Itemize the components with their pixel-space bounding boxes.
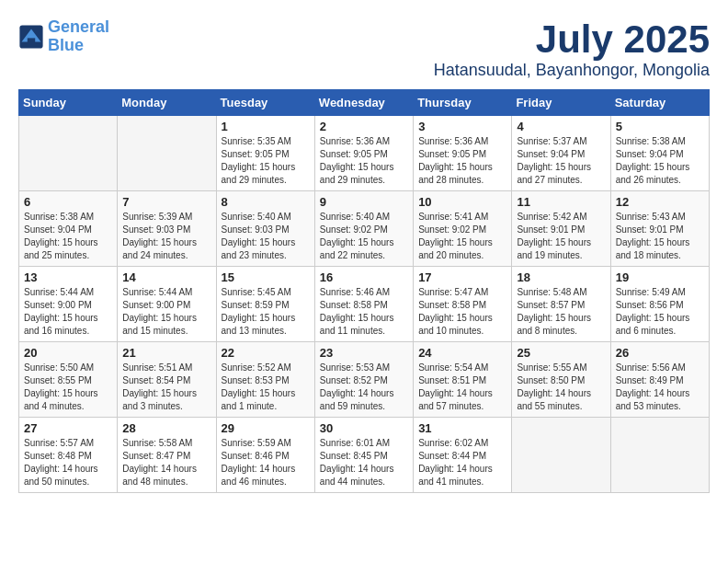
day-number: 13 xyxy=(24,270,112,284)
day-number: 7 xyxy=(122,195,210,209)
calendar-cell: 15Sunrise: 5:45 AM Sunset: 8:59 PM Dayli… xyxy=(216,267,314,342)
calendar-week-row: 20Sunrise: 5:50 AM Sunset: 8:55 PM Dayli… xyxy=(19,342,710,418)
calendar-cell: 20Sunrise: 5:50 AM Sunset: 8:55 PM Dayli… xyxy=(19,342,118,418)
calendar-cell: 12Sunrise: 5:43 AM Sunset: 9:01 PM Dayli… xyxy=(610,191,709,267)
calendar-cell: 2Sunrise: 5:36 AM Sunset: 9:05 PM Daylig… xyxy=(314,116,413,191)
calendar-cell: 11Sunrise: 5:42 AM Sunset: 9:01 PM Dayli… xyxy=(512,191,610,267)
day-info: Sunrise: 5:58 AM Sunset: 8:47 PM Dayligh… xyxy=(122,437,210,488)
day-number: 17 xyxy=(418,270,506,284)
day-info: Sunrise: 5:55 AM Sunset: 8:50 PM Dayligh… xyxy=(517,362,605,413)
weekday-header: Sunday xyxy=(19,90,118,116)
calendar-cell: 31Sunrise: 6:02 AM Sunset: 8:44 PM Dayli… xyxy=(414,418,512,493)
day-number: 25 xyxy=(517,346,605,360)
day-info: Sunrise: 5:44 AM Sunset: 9:00 PM Dayligh… xyxy=(122,286,210,338)
day-info: Sunrise: 5:38 AM Sunset: 9:04 PM Dayligh… xyxy=(616,135,704,187)
day-number: 15 xyxy=(222,270,310,284)
calendar-cell: 5Sunrise: 5:38 AM Sunset: 9:04 PM Daylig… xyxy=(610,116,709,191)
day-number: 29 xyxy=(222,421,310,435)
calendar-cell: 25Sunrise: 5:55 AM Sunset: 8:50 PM Dayli… xyxy=(512,342,610,418)
calendar-cell xyxy=(512,418,610,493)
svg-rect-2 xyxy=(28,38,35,43)
day-number: 9 xyxy=(320,195,408,209)
calendar-cell: 16Sunrise: 5:46 AM Sunset: 8:58 PM Dayli… xyxy=(314,267,413,342)
day-info: Sunrise: 5:53 AM Sunset: 8:52 PM Dayligh… xyxy=(320,362,408,413)
calendar-header-row: SundayMondayTuesdayWednesdayThursdayFrid… xyxy=(19,90,710,116)
day-number: 27 xyxy=(24,421,112,435)
day-number: 24 xyxy=(418,346,506,360)
day-number: 12 xyxy=(616,195,704,209)
calendar-week-row: 13Sunrise: 5:44 AM Sunset: 9:00 PM Dayli… xyxy=(19,267,710,342)
calendar-cell: 28Sunrise: 5:58 AM Sunset: 8:47 PM Dayli… xyxy=(118,418,216,493)
day-info: Sunrise: 5:54 AM Sunset: 8:51 PM Dayligh… xyxy=(418,362,506,413)
day-number: 30 xyxy=(320,421,408,435)
logo: General Blue xyxy=(18,18,109,55)
calendar-cell: 3Sunrise: 5:36 AM Sunset: 9:05 PM Daylig… xyxy=(414,116,512,191)
calendar-cell: 26Sunrise: 5:56 AM Sunset: 8:49 PM Dayli… xyxy=(610,342,709,418)
weekday-header: Thursday xyxy=(414,90,512,116)
day-info: Sunrise: 5:45 AM Sunset: 8:59 PM Dayligh… xyxy=(222,286,310,338)
day-number: 10 xyxy=(418,195,506,209)
day-info: Sunrise: 5:40 AM Sunset: 9:03 PM Dayligh… xyxy=(222,211,310,262)
day-number: 23 xyxy=(320,346,408,360)
day-info: Sunrise: 5:47 AM Sunset: 8:58 PM Dayligh… xyxy=(418,286,506,338)
day-number: 1 xyxy=(222,120,310,133)
day-info: Sunrise: 5:37 AM Sunset: 9:04 PM Dayligh… xyxy=(517,135,605,187)
calendar-body: 1Sunrise: 5:35 AM Sunset: 9:05 PM Daylig… xyxy=(19,116,710,493)
day-info: Sunrise: 5:36 AM Sunset: 9:05 PM Dayligh… xyxy=(418,135,506,187)
day-info: Sunrise: 5:46 AM Sunset: 8:58 PM Dayligh… xyxy=(320,286,408,338)
day-number: 2 xyxy=(320,120,408,133)
calendar-cell: 27Sunrise: 5:57 AM Sunset: 8:48 PM Dayli… xyxy=(19,418,118,493)
day-number: 26 xyxy=(616,346,704,360)
day-number: 8 xyxy=(222,195,310,209)
calendar-cell xyxy=(19,116,118,191)
calendar-cell: 18Sunrise: 5:48 AM Sunset: 8:57 PM Dayli… xyxy=(512,267,610,342)
day-info: Sunrise: 5:44 AM Sunset: 9:00 PM Dayligh… xyxy=(24,286,112,338)
weekday-header: Friday xyxy=(512,90,610,116)
day-info: Sunrise: 5:43 AM Sunset: 9:01 PM Dayligh… xyxy=(616,211,704,262)
calendar-cell xyxy=(610,418,709,493)
day-info: Sunrise: 5:35 AM Sunset: 9:05 PM Dayligh… xyxy=(222,135,310,187)
calendar-cell: 29Sunrise: 5:59 AM Sunset: 8:46 PM Dayli… xyxy=(216,418,314,493)
calendar-cell: 6Sunrise: 5:38 AM Sunset: 9:04 PM Daylig… xyxy=(19,191,118,267)
title-section: July 2025 Hatansuudal, Bayanhongor, Mong… xyxy=(434,18,710,80)
calendar-cell: 23Sunrise: 5:53 AM Sunset: 8:52 PM Dayli… xyxy=(314,342,413,418)
calendar-cell: 7Sunrise: 5:39 AM Sunset: 9:03 PM Daylig… xyxy=(118,191,216,267)
day-info: Sunrise: 5:41 AM Sunset: 9:02 PM Dayligh… xyxy=(418,211,506,262)
day-info: Sunrise: 5:59 AM Sunset: 8:46 PM Dayligh… xyxy=(222,437,310,488)
calendar-subtitle: Hatansuudal, Bayanhongor, Mongolia xyxy=(434,61,710,80)
calendar-cell: 21Sunrise: 5:51 AM Sunset: 8:54 PM Dayli… xyxy=(118,342,216,418)
day-number: 19 xyxy=(616,270,704,284)
day-info: Sunrise: 5:49 AM Sunset: 8:56 PM Dayligh… xyxy=(616,286,704,338)
day-number: 3 xyxy=(418,120,506,133)
day-number: 6 xyxy=(24,195,112,209)
day-info: Sunrise: 5:51 AM Sunset: 8:54 PM Dayligh… xyxy=(122,362,210,413)
calendar-week-row: 27Sunrise: 5:57 AM Sunset: 8:48 PM Dayli… xyxy=(19,418,710,493)
calendar-cell: 9Sunrise: 5:40 AM Sunset: 9:02 PM Daylig… xyxy=(314,191,413,267)
calendar-cell: 8Sunrise: 5:40 AM Sunset: 9:03 PM Daylig… xyxy=(216,191,314,267)
logo-text: General Blue xyxy=(48,18,109,55)
day-info: Sunrise: 5:56 AM Sunset: 8:49 PM Dayligh… xyxy=(616,362,704,413)
calendar-cell: 19Sunrise: 5:49 AM Sunset: 8:56 PM Dayli… xyxy=(610,267,709,342)
day-number: 28 xyxy=(122,421,210,435)
calendar-cell xyxy=(118,116,216,191)
calendar-cell: 4Sunrise: 5:37 AM Sunset: 9:04 PM Daylig… xyxy=(512,116,610,191)
day-info: Sunrise: 6:02 AM Sunset: 8:44 PM Dayligh… xyxy=(418,437,506,488)
weekday-header: Monday xyxy=(118,90,216,116)
calendar-week-row: 6Sunrise: 5:38 AM Sunset: 9:04 PM Daylig… xyxy=(19,191,710,267)
day-number: 22 xyxy=(222,346,310,360)
calendar-cell: 13Sunrise: 5:44 AM Sunset: 9:00 PM Dayli… xyxy=(19,267,118,342)
calendar-cell: 24Sunrise: 5:54 AM Sunset: 8:51 PM Dayli… xyxy=(414,342,512,418)
calendar-cell: 22Sunrise: 5:52 AM Sunset: 8:53 PM Dayli… xyxy=(216,342,314,418)
day-number: 31 xyxy=(418,421,506,435)
weekday-header: Tuesday xyxy=(216,90,314,116)
logo-icon xyxy=(18,24,44,50)
day-number: 11 xyxy=(517,195,605,209)
calendar-cell: 10Sunrise: 5:41 AM Sunset: 9:02 PM Dayli… xyxy=(414,191,512,267)
day-number: 16 xyxy=(320,270,408,284)
calendar-title: July 2025 xyxy=(434,18,710,61)
day-info: Sunrise: 5:36 AM Sunset: 9:05 PM Dayligh… xyxy=(320,135,408,187)
day-info: Sunrise: 5:40 AM Sunset: 9:02 PM Dayligh… xyxy=(320,211,408,262)
day-number: 4 xyxy=(517,120,605,133)
day-number: 21 xyxy=(122,346,210,360)
day-number: 14 xyxy=(122,270,210,284)
